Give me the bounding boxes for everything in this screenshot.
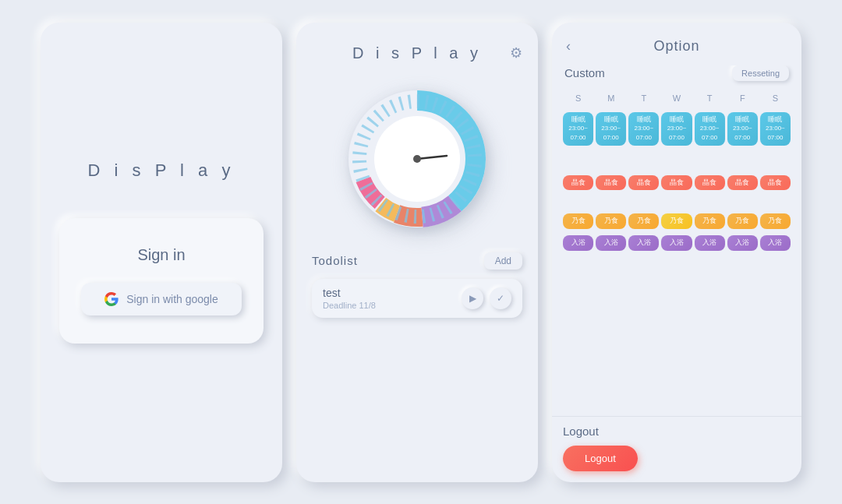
todo-check-button[interactable]: ✓: [490, 287, 511, 309]
cal-day-t1: T: [628, 90, 659, 106]
option-title: Option: [653, 38, 699, 55]
bath-block-4[interactable]: 入浴: [695, 235, 725, 251]
google-logo-icon: [104, 292, 119, 306]
add-todo-button[interactable]: Add: [484, 252, 522, 270]
back-button[interactable]: ‹: [566, 38, 571, 55]
meal-block-4[interactable]: 晶食: [695, 175, 725, 191]
screen-signin: D i s P l a y Sign in Sign in with googl…: [41, 23, 282, 482]
cal-day-w: W: [661, 90, 692, 106]
donut-chart: [339, 81, 495, 237]
custom-label: Custom: [564, 66, 605, 79]
screen-option: ‹ Option Custom Resseting S M T W T F S …: [552, 23, 801, 482]
todo-item: test Deadline 11/8 ▶ ✓: [312, 279, 522, 318]
spacer-1: [563, 152, 791, 175]
sleep-block-5[interactable]: 睡眠23:00~07:00: [727, 112, 758, 146]
bath-block-2[interactable]: 入浴: [628, 235, 659, 251]
option-body: Custom Resseting S M T W T F S 睡眠23:00~0…: [552, 65, 801, 416]
screens-container: D i s P l a y Sign in Sign in with googl…: [0, 0, 842, 504]
dashboard-title: D i s P l a y: [352, 44, 482, 62]
sleep-block-0[interactable]: 睡眠23:00~07:00: [563, 112, 593, 146]
spacer-2: [563, 196, 791, 213]
signin-card: Sign in Sign in with google: [59, 218, 264, 344]
signin-app-title: D i s P l a y: [88, 160, 235, 181]
logout-button[interactable]: Logout: [563, 446, 638, 471]
snack-block-4[interactable]: 乃食: [695, 213, 725, 229]
sleep-block-2[interactable]: 睡眠23:00~07:00: [628, 112, 659, 146]
bath-block-1[interactable]: 入浴: [596, 235, 626, 251]
meal-block-1[interactable]: 晶食: [596, 175, 626, 191]
bath-block-5[interactable]: 入浴: [727, 235, 758, 251]
todolist-header: Todolist Add: [312, 252, 522, 270]
svg-point-9: [413, 155, 421, 163]
sleep-block-3[interactable]: 睡眠23:00~07:00: [661, 112, 692, 146]
bath-block-6[interactable]: 入浴: [760, 235, 791, 251]
snack-block-1[interactable]: 乃食: [596, 213, 626, 229]
todolist-label: Todolist: [312, 254, 358, 267]
snack-blocks-row: 乃食 乃食 乃食 乃食 乃食 乃食 乃食: [563, 213, 791, 229]
todo-actions: ▶ ✓: [462, 287, 511, 309]
todo-item-info: test Deadline 11/8: [323, 287, 376, 310]
cal-day-m: M: [596, 90, 626, 106]
donut-chart-svg: [339, 81, 495, 237]
bath-blocks-row: 入浴 入浴 入浴 入浴 入浴 入浴 入浴: [563, 235, 791, 251]
signin-card-title: Sign in: [137, 246, 185, 264]
cal-day-f: F: [727, 90, 758, 106]
meal-blocks-row: 晶食 晶食 晶食 晶食 晶食 晶食 晶食: [563, 175, 791, 191]
meal-block-0[interactable]: 晶食: [563, 175, 593, 191]
logout-section-label: Logout: [563, 425, 791, 438]
snack-block-2[interactable]: 乃食: [628, 213, 659, 229]
google-signin-button[interactable]: Sign in with google: [81, 283, 242, 315]
logout-section: Logout Logout: [552, 416, 801, 482]
todo-item-name: test: [323, 287, 376, 299]
sleep-block-4[interactable]: 睡眠23:00~07:00: [695, 112, 725, 146]
todolist-section: Todolist Add test Deadline 11/8 ▶ ✓: [312, 252, 522, 467]
bath-block-3[interactable]: 入浴: [661, 235, 692, 251]
meal-block-5[interactable]: 晶食: [727, 175, 758, 191]
sleep-blocks-row: 睡眠23:00~07:00 睡眠23:00~07:00 睡眠23:00~07:0…: [563, 112, 791, 146]
option-header: ‹ Option: [552, 23, 801, 65]
todo-item-deadline: Deadline 11/8: [323, 301, 376, 310]
cal-day-s2: S: [760, 90, 791, 106]
meal-block-2[interactable]: 晶食: [628, 175, 659, 191]
cal-day-t2: T: [695, 90, 725, 106]
meal-block-3[interactable]: 晶食: [661, 175, 692, 191]
google-btn-label: Sign in with google: [126, 293, 218, 305]
bath-block-0[interactable]: 入浴: [563, 235, 593, 251]
calendar-day-headers: S M T W T F S: [563, 90, 791, 106]
snack-block-6[interactable]: 乃食: [760, 213, 791, 229]
cal-day-s1: S: [563, 90, 593, 106]
snack-block-5[interactable]: 乃食: [727, 213, 758, 229]
dashboard-header: D i s P l a y ⚙: [312, 44, 522, 62]
settings-icon[interactable]: ⚙: [510, 44, 522, 62]
sleep-block-6[interactable]: 睡眠23:00~07:00: [760, 112, 791, 146]
sleep-block-1[interactable]: 睡眠23:00~07:00: [596, 112, 626, 146]
custom-section-header: Custom Resseting: [563, 65, 791, 81]
snack-block-3[interactable]: 乃食: [661, 213, 692, 229]
meal-block-6[interactable]: 晶食: [760, 175, 791, 191]
todo-play-button[interactable]: ▶: [462, 287, 483, 309]
snack-block-0[interactable]: 乃食: [563, 213, 593, 229]
screen-dashboard: D i s P l a y ⚙: [296, 23, 538, 482]
resetting-button[interactable]: Resseting: [732, 65, 789, 81]
